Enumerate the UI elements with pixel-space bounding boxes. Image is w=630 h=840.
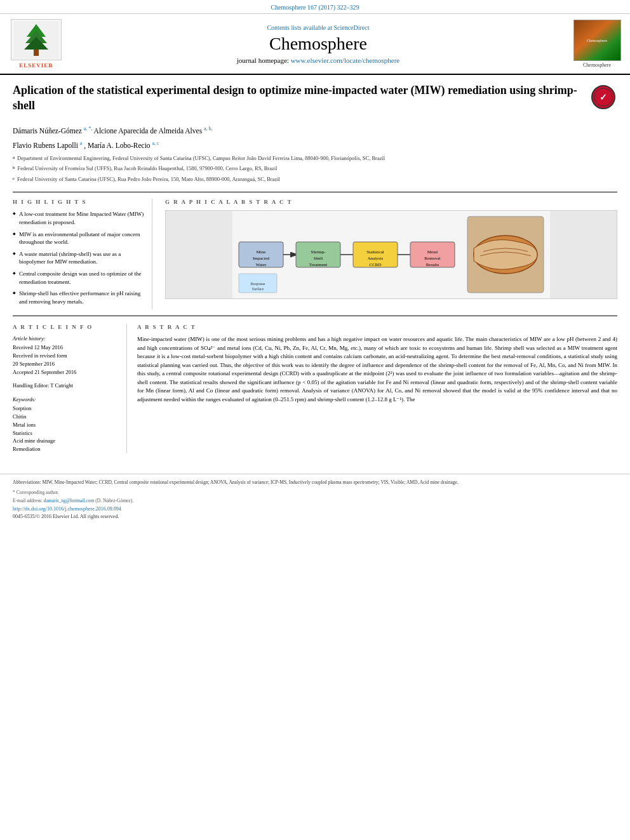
affil-sup-a: a [13, 155, 15, 160]
homepage-url[interactable]: www.elsevier.com/locate/chemosphere [291, 57, 400, 64]
svg-text:Water: Water [256, 262, 267, 267]
elsevier-logo-image [11, 19, 62, 60]
graphical-abstract-header: G R A P H I C A L A B S T R A C T [165, 199, 617, 205]
authors-line2: Flavio Rubens Lapolli a , María A. Lobo-… [13, 140, 617, 151]
author-name-1: Dámaris Núñez-Gómez [13, 126, 84, 134]
keyword-statistics: Statistics [13, 429, 119, 437]
author-sup-3: a [80, 140, 83, 146]
svg-text:Mine: Mine [257, 250, 266, 255]
citation-text: Chemosphere 167 (2017) 322–329 [271, 4, 359, 11]
corresponding-label: * Corresponding author. [13, 490, 59, 495]
article-info-header: A R T I C L E I N F O [13, 324, 119, 330]
journal-homepage-line: journal homepage: www.elsevier.com/locat… [237, 57, 399, 64]
footer-corresponding: * Corresponding author. [13, 490, 617, 495]
svg-text:Response: Response [251, 282, 265, 286]
journal-title: Chemosphere [269, 34, 367, 54]
handling-editor-name: T Cutright [50, 382, 73, 389]
article-title: Aplication of the statistical experiment… [13, 83, 581, 114]
graphical-abstract-column: G R A P H I C A L A B S T R A C T Mine I… [163, 199, 617, 309]
email-link[interactable]: damaris_ng@hotmail.com [44, 498, 95, 503]
keywords-section: Keywords: Sorption Chitin Metal ions Sta… [13, 396, 119, 453]
affil-c: c Federal University of Santa Catarina (… [13, 175, 617, 185]
highlights-graphical-section: H I G H L I G H T S A low-cost treatment… [13, 192, 617, 316]
authors-line1: Dámaris Núñez-Gómez a, *, Alcione Aparec… [13, 125, 617, 137]
journal-thumbnail: Chemosphere Chemosphere [572, 19, 622, 69]
received-revised-label: Received in revised form [13, 352, 119, 360]
svg-text:Statistical: Statistical [366, 250, 384, 255]
svg-text:Treatment: Treatment [309, 262, 328, 267]
elsevier-tree-icon [14, 21, 58, 59]
svg-text:Shrimp-: Shrimp- [311, 250, 326, 255]
handling-editor-label: Handling Editor: [13, 382, 49, 389]
email-person: (D. Núñez-Gómez). [95, 498, 133, 503]
footer-email: E-mail address: damaris_ng@hotmail.com (… [13, 498, 617, 503]
author-sup-4: a, c [152, 140, 159, 146]
svg-text:✓: ✓ [600, 93, 607, 102]
svg-text:CCRD: CCRD [369, 262, 381, 267]
graphical-abstract-svg: Mine Impacted Water Shrimp- Shell Treatm… [166, 210, 617, 299]
affil-text-a: Department of Environmental Engineering,… [17, 154, 385, 164]
article-title-section: Aplication of the statistical experiment… [13, 83, 617, 119]
journal-cover-image: Chemosphere [573, 20, 621, 61]
author-sup-1: a, *, [84, 126, 93, 131]
svg-text:Results: Results [426, 262, 439, 267]
highlight-1: A low-cost treatment for Mine Impacted W… [13, 210, 144, 226]
page-wrapper: Chemosphere 167 (2017) 322–329 ELSEVIER [0, 0, 630, 537]
svg-text:Surface: Surface [252, 287, 264, 291]
keyword-chitin: Chitin [13, 413, 119, 421]
science-direct-text: Contents lists available at ScienceDirec… [267, 24, 369, 31]
affil-b: b Federal University of Fronteira Sul (U… [13, 164, 617, 174]
article-info-abstract-section: A R T I C L E I N F O Article history: R… [13, 324, 617, 453]
journal-cover-icon: Chemosphere [574, 20, 620, 61]
received-date: Received 12 May 2016 [13, 343, 119, 352]
footer-issn: 0045-6535/© 2016 Elsevier Ltd. All right… [13, 514, 617, 519]
affiliations: a Department of Environmental Engineerin… [13, 154, 617, 185]
science-direct-link[interactable]: ScienceDirect [333, 24, 369, 31]
article-history-title: Article history: [13, 335, 119, 342]
highlights-list: A low-cost treatment for Mine Impacted W… [13, 210, 144, 305]
author-name-3: Flavio Rubens Lapolli [13, 142, 80, 149]
svg-text:Shell: Shell [314, 256, 323, 261]
highlight-2: MIW is an environmental pollutant of maj… [13, 230, 144, 246]
crossmark-logo[interactable]: ✓ [589, 83, 617, 111]
highlight-5: Shrimp-shell has effective performance i… [13, 290, 144, 305]
highlight-3: A waste material (shrimp-shell) was use … [13, 250, 144, 266]
svg-text:Metal: Metal [427, 250, 438, 255]
author-sup-2: a, b, [204, 126, 213, 131]
svg-text:Removal: Removal [424, 256, 440, 261]
graphical-abstract-image: Mine Impacted Water Shrimp- Shell Treatm… [165, 210, 617, 299]
contents-available-label: Contents lists available at [267, 24, 332, 31]
keyword-metal-ions: Metal ions [13, 421, 119, 429]
article-info-column: A R T I C L E I N F O Article history: R… [13, 324, 127, 453]
svg-text:Chemosphere: Chemosphere [586, 39, 607, 43]
highlights-column: H I G H L I G H T S A low-cost treatment… [13, 199, 152, 309]
abstract-header: A B S T R A C T [137, 324, 617, 330]
svg-text:Impacted: Impacted [253, 256, 270, 261]
author-name-2: Alcione Aparecida de Almeida Alves [94, 126, 204, 134]
doi-link[interactable]: http://dx.doi.org/10.1016/j.chemosphere.… [13, 506, 121, 512]
highlight-4: Central composite design was used to opt… [13, 270, 144, 286]
journal-thumb-label: Chemosphere [583, 62, 611, 68]
page-footer: Abbreviations: MIW, Mine-Impacted Water;… [0, 474, 630, 525]
affil-sup-c: c [13, 176, 15, 181]
abstract-text: Mine-impacted water (MIW) is one of the … [137, 335, 617, 404]
abstract-column: A B S T R A C T Mine-impacted water (MIW… [137, 324, 617, 453]
crossmark-icon: ✓ [591, 85, 615, 109]
journal-center: Contents lists available at ScienceDirec… [71, 19, 565, 69]
svg-text:Analysis: Analysis [368, 256, 384, 261]
affil-sup-b: b [13, 165, 15, 170]
highlights-header: H I G H L I G H T S [13, 199, 144, 205]
citation-bar: Chemosphere 167 (2017) 322–329 [0, 0, 630, 14]
footer-abbreviations: Abbreviations: MIW, Mine-Impacted Water;… [13, 479, 617, 486]
accepted-date: Accepted 21 September 2016 [13, 368, 119, 377]
article-history: Article history: Received 12 May 2016 Re… [13, 335, 119, 376]
email-label: E-mail address: [13, 498, 43, 503]
handling-editor: Handling Editor: T Cutright [13, 382, 119, 390]
keyword-sorption: Sorption [13, 404, 119, 413]
footer-doi: http://dx.doi.org/10.1016/j.chemosphere.… [13, 506, 617, 512]
keyword-acid-mine: Acid mine drainage [13, 437, 119, 445]
author-name-4: , María A. Lobo-Recio [84, 142, 152, 149]
affil-text-c: Federal University of Santa Catarina (UF… [17, 175, 280, 185]
keyword-remediation: Remediation [13, 445, 119, 453]
elsevier-label: ELSEVIER [19, 62, 53, 69]
